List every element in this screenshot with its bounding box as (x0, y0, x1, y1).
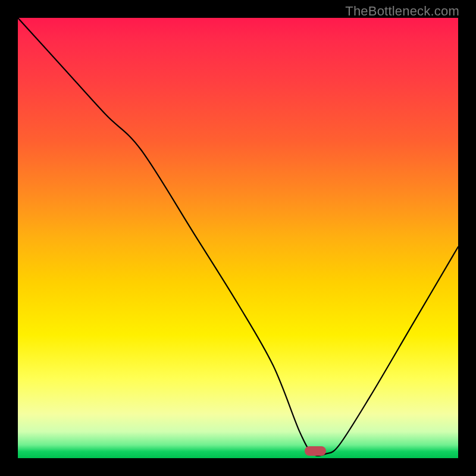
watermark-text: TheBottleneck.com (345, 4, 459, 19)
bottleneck-curve (18, 18, 458, 458)
chart-frame: TheBottleneck.com (0, 0, 476, 476)
plot-area (18, 18, 458, 458)
optimum-marker (305, 446, 326, 456)
